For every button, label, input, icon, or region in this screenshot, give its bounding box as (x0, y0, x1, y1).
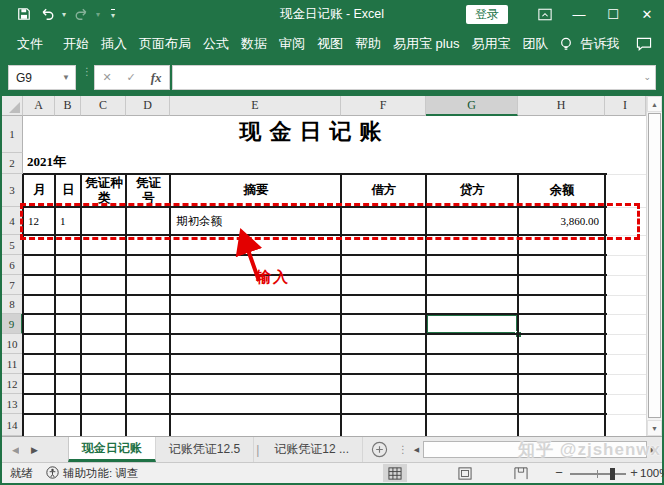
formula-input[interactable]: ⌄ (172, 65, 656, 90)
header-cell-F3[interactable]: 借方 (343, 176, 425, 205)
header-cell-D3[interactable]: 凭证号 (128, 176, 169, 205)
select-all-corner[interactable] (2, 96, 23, 116)
tab-spacer (44, 437, 68, 462)
column-header-F[interactable]: F (341, 96, 426, 116)
row-header-14[interactable]: 14 (2, 414, 23, 436)
zoom-slider-thumb[interactable] (610, 468, 615, 480)
header-cell-G3[interactable]: 贷方 (428, 176, 517, 205)
formula-bar-divider: ⋮ (82, 69, 92, 74)
name-box-value: G9 (16, 71, 32, 85)
table-border-h (23, 373, 607, 375)
row-header-11[interactable]: 11 (2, 354, 23, 374)
ribbon-tab-8[interactable]: 视图 (317, 28, 343, 60)
ribbon-tab-10[interactable]: 易用宝 plus (393, 28, 459, 60)
column-header-D[interactable]: D (126, 96, 170, 116)
lightbulb-icon (560, 37, 572, 52)
insert-function-icon[interactable]: fx (151, 70, 162, 86)
column-header-E[interactable]: E (170, 96, 341, 116)
gridline (607, 334, 646, 335)
ribbon-tab-7[interactable]: 审阅 (279, 28, 305, 60)
gridline (607, 174, 646, 175)
ribbon-tab-5[interactable]: 公式 (203, 28, 229, 60)
page-layout-view-icon[interactable] (453, 464, 477, 482)
cancel-entry-icon[interactable]: ✕ (102, 71, 111, 84)
row-header-12[interactable]: 12 (2, 374, 23, 394)
year-cell[interactable]: 2021年 (27, 153, 66, 174)
column-header-C[interactable]: C (81, 96, 126, 116)
ribbon-display-options-icon[interactable] (528, 0, 562, 28)
accessibility-status-label[interactable]: 辅助功能: 调查 (63, 463, 138, 483)
page-break-view-icon[interactable] (509, 464, 533, 482)
row-header-10[interactable]: 10 (2, 334, 23, 354)
excel-window: ▾ ▾ ▾ 现金日记账 - Excel 登录 — ☐ ✕ 文件开始插入页面布局公… (0, 0, 664, 485)
column-header-G[interactable]: G (426, 96, 518, 116)
ribbon-tab-2[interactable]: 开始 (63, 28, 89, 60)
ribbon-tab-12[interactable]: 团队 (522, 28, 548, 60)
normal-view-icon[interactable] (383, 464, 407, 482)
login-button[interactable]: 登录 (466, 5, 508, 24)
ribbon-tab-4[interactable]: 页面布局 (139, 28, 191, 60)
sheet-tabs: 现金日记账记账凭证12.5|记账凭证12 ... (68, 437, 363, 462)
zoom-in-icon[interactable]: + (627, 463, 641, 483)
scroll-up-icon[interactable]: ▲ (647, 96, 662, 112)
close-button[interactable]: ✕ (630, 0, 664, 28)
table-border-h (23, 313, 607, 315)
sheet-nav-right-icon[interactable]: ▶ (25, 437, 44, 462)
ribbon-tab-6[interactable]: 数据 (241, 28, 267, 60)
minimize-button[interactable]: — (562, 0, 596, 28)
row-header-1[interactable]: 1 (2, 116, 23, 153)
zoom-level[interactable]: 100% (640, 463, 664, 483)
ribbon-tab-13[interactable]: 告诉我 (580, 28, 619, 60)
sheet-tab-3[interactable]: 记账凭证12 ... (261, 437, 363, 462)
selected-cell-G9[interactable] (426, 314, 518, 334)
sheet-tab-2[interactable]: 记账凭证12.5 (156, 437, 254, 462)
gridline (607, 374, 646, 375)
vertical-scrollbar-thumb[interactable] (648, 113, 661, 418)
name-box-dropdown-icon[interactable]: ▼ (62, 73, 70, 82)
sheet-title-cell[interactable]: 现金日记账 (23, 117, 606, 153)
header-cell-H3[interactable]: 余额 (520, 176, 604, 205)
table-border-h (23, 173, 607, 175)
sheet-nav-left-icon[interactable]: ◀ (6, 437, 25, 462)
gridline (607, 414, 646, 415)
scroll-left-icon[interactable]: ◀ (410, 441, 423, 458)
table-border-h (23, 393, 607, 395)
header-cell-A3[interactable]: 月 (25, 176, 54, 205)
comment-icon[interactable] (636, 37, 652, 51)
row-header-2[interactable]: 2 (2, 153, 23, 174)
annotation-dashed-box (20, 203, 640, 240)
row-header-9[interactable]: 9 (2, 314, 23, 334)
zoom-out-icon[interactable]: − (552, 463, 566, 483)
ribbon-tab-3[interactable]: 插入 (101, 28, 127, 60)
ribbon-tab-11[interactable]: 易用宝 (471, 28, 510, 60)
titlebar-controls: 登录 — ☐ ✕ (466, 0, 664, 28)
row-header-7[interactable]: 7 (2, 275, 23, 295)
column-header-I[interactable]: I (605, 96, 646, 116)
enter-entry-icon[interactable]: ✓ (127, 71, 136, 84)
worksheet-grid[interactable]: 现金日记账 2021年 12 1 期初余额 3,860.00 输入 ▲ ▼ AB… (2, 96, 662, 436)
ribbon-tab-1[interactable]: 文件 (17, 28, 43, 60)
expand-formula-bar-icon[interactable]: ⌄ (643, 72, 651, 82)
row-header-13[interactable]: 13 (2, 394, 23, 414)
column-header-A[interactable]: A (23, 96, 55, 116)
watermark: 知乎 @zjshenwx (518, 438, 661, 461)
vertical-scrollbar[interactable]: ▲ ▼ (646, 96, 662, 436)
tab-options-icon[interactable]: ⋮ (398, 437, 408, 462)
name-box[interactable]: G9 ▼ (8, 65, 76, 90)
scroll-down-icon[interactable]: ▼ (647, 420, 662, 436)
row-header-6[interactable]: 6 (2, 255, 23, 275)
formula-bar-row: G9 ▼ ⋮ ✕ ✓ fx ⌄ (0, 60, 664, 96)
header-cell-C3[interactable]: 凭证种类 (83, 176, 125, 205)
ribbon-tab-9[interactable]: 帮助 (355, 28, 381, 60)
new-sheet-icon[interactable] (371, 437, 388, 462)
sheet-tab-1[interactable]: 现金日记账 (68, 437, 156, 462)
maximize-button[interactable]: ☐ (596, 0, 630, 28)
header-cell-E3[interactable]: 摘要 (172, 176, 340, 205)
row-header-8[interactable]: 8 (2, 295, 23, 314)
gridline (607, 275, 646, 276)
header-cell-B3[interactable]: 日 (57, 176, 80, 205)
zoom-slider-track[interactable] (570, 473, 626, 475)
column-header-B[interactable]: B (55, 96, 81, 116)
column-header-H[interactable]: H (518, 96, 605, 116)
gridline (607, 295, 646, 296)
